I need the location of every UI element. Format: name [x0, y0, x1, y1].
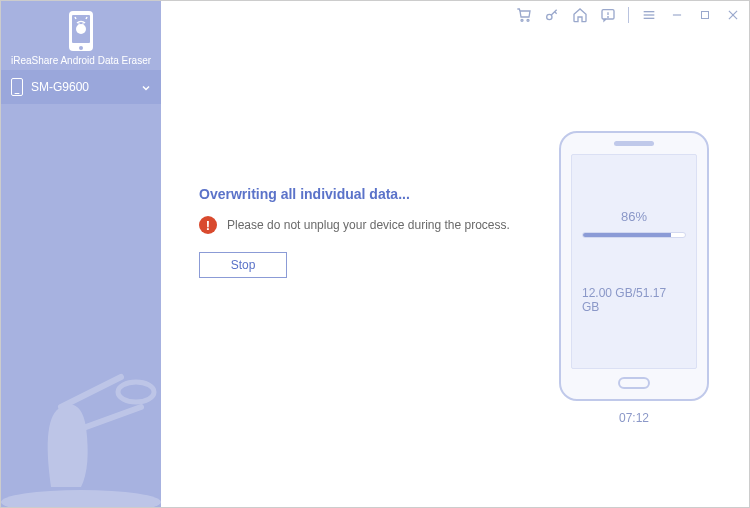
titlebar — [161, 1, 749, 29]
chevron-down-icon — [141, 82, 151, 92]
svg-point-17 — [78, 23, 80, 25]
device-selector[interactable]: SM-G9600 — [1, 70, 161, 104]
phone-home-button — [618, 377, 650, 389]
app-title: iReaShare Android Data Eraser — [9, 55, 153, 66]
elapsed-time: 07:12 — [619, 411, 649, 425]
status-title: Overwriting all individual data... — [199, 186, 539, 202]
phone-speaker — [614, 141, 654, 146]
warning-text: Please do not unplug your device during … — [227, 218, 510, 232]
stop-button[interactable]: Stop — [199, 252, 287, 278]
svg-point-15 — [79, 46, 83, 50]
svg-point-2 — [547, 14, 552, 19]
maximize-icon[interactable] — [697, 7, 713, 23]
main-content: Overwriting all individual data... ! Ple… — [161, 1, 749, 507]
svg-point-5 — [608, 17, 609, 18]
app-window: iReaShare Android Data Eraser SM-G9600 — [0, 0, 750, 508]
minimize-icon[interactable] — [669, 7, 685, 23]
svg-rect-10 — [702, 12, 709, 19]
device-preview-panel: 86% 12.00 GB/51.17 GB 07:12 — [539, 41, 729, 487]
storage-label: 12.00 GB/51.17 GB — [582, 286, 686, 314]
device-name: SM-G9600 — [31, 80, 89, 94]
progress-bar — [582, 232, 686, 238]
cart-icon[interactable] — [516, 7, 532, 23]
sidebar: iReaShare Android Data Eraser SM-G9600 — [1, 1, 161, 507]
home-icon[interactable] — [572, 7, 588, 23]
key-icon[interactable] — [544, 7, 560, 23]
feedback-icon[interactable] — [600, 7, 616, 23]
app-logo-icon — [63, 9, 99, 53]
close-icon[interactable] — [725, 7, 741, 23]
titlebar-divider — [628, 7, 629, 23]
svg-point-1 — [527, 19, 529, 21]
warning-icon: ! — [199, 216, 217, 234]
status-panel: Overwriting all individual data... ! Ple… — [181, 41, 539, 487]
svg-point-20 — [118, 382, 154, 402]
sidebar-illustration — [1, 337, 161, 507]
progress-fill — [583, 233, 671, 237]
warning-row: ! Please do not unplug your device durin… — [199, 216, 539, 234]
phone-frame: 86% 12.00 GB/51.17 GB — [559, 131, 709, 401]
phone-icon — [11, 78, 23, 96]
progress-percent: 86% — [621, 209, 647, 224]
app-logo-block: iReaShare Android Data Eraser — [1, 1, 161, 70]
svg-point-0 — [521, 19, 523, 21]
phone-screen: 86% 12.00 GB/51.17 GB — [571, 154, 697, 369]
svg-point-18 — [82, 23, 84, 25]
svg-point-16 — [76, 24, 86, 34]
svg-point-19 — [1, 490, 161, 507]
menu-icon[interactable] — [641, 7, 657, 23]
